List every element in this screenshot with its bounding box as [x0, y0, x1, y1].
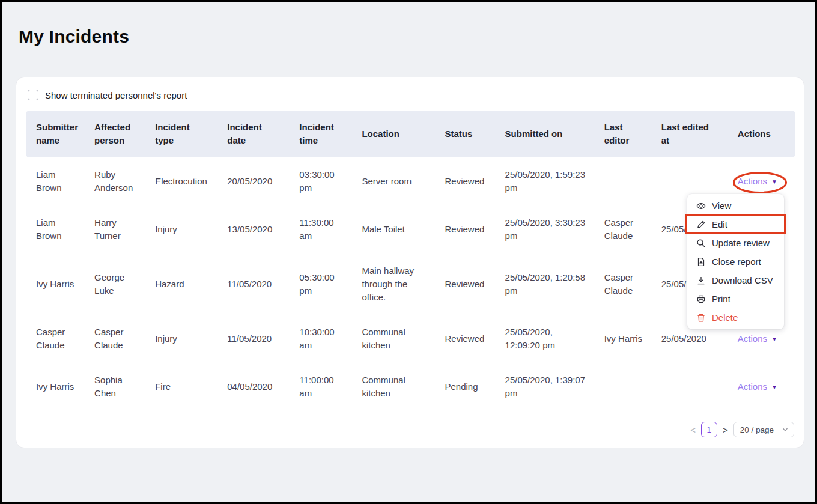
cell-submitted: 25/05/2020, 1:59:23 pm [495, 157, 594, 205]
pagination-page-1[interactable]: 1 [701, 422, 717, 437]
cell-status: Reviewed [435, 157, 495, 205]
column-header: Submitted on [495, 111, 594, 157]
cell-last_editor [594, 363, 651, 411]
row-actions-button[interactable]: Actions▼ [738, 176, 777, 186]
table-row: Liam BrownRuby AndersonElectrocution20/0… [26, 157, 795, 205]
cell-status: Pending [435, 363, 495, 411]
cell-location: Communal kitchen [351, 315, 434, 363]
table-row: Casper ClaudeCasper ClaudeInjury11/05/20… [26, 315, 795, 363]
cell-last_edited [651, 363, 727, 411]
column-header: Last edited at [651, 111, 727, 157]
menu-item-edit[interactable]: Edit [687, 215, 784, 234]
cell-location: Communal kitchen [351, 363, 434, 411]
column-header: Incident time [289, 111, 351, 157]
caret-down-icon: ▼ [771, 384, 777, 390]
cell-type: Electrocution [145, 157, 217, 205]
cell-date: 20/05/2020 [217, 157, 289, 205]
table-header: Submitter nameAffected personIncident ty… [26, 111, 795, 157]
menu-item-label: Delete [712, 311, 738, 324]
row-actions-button[interactable]: Actions▼ [738, 381, 777, 392]
cell-actions: Actions▼ [727, 363, 795, 411]
cell-location: Main hallway through the office. [351, 254, 434, 315]
file-lock-icon [696, 257, 706, 267]
column-header: Status [435, 111, 495, 157]
menu-item-label: View [712, 199, 731, 212]
eye-icon [696, 201, 706, 211]
magnifier-icon [696, 238, 706, 248]
cell-submitted: 25/05/2020, 3:30:23 pm [495, 205, 594, 254]
incidents-table: Submitter nameAffected personIncident ty… [26, 111, 795, 411]
pagination: < 1 > 20 / page [690, 421, 794, 438]
actions-dropdown-menu: ViewEditUpdate reviewClose reportDownloa… [687, 194, 784, 329]
cell-type: Hazard [145, 254, 217, 315]
page-size-select[interactable]: 20 / page [733, 422, 794, 437]
column-header: Last editor [594, 111, 651, 157]
cell-time: 05:30:00 pm [289, 254, 351, 315]
pagination-next-button[interactable]: > [723, 425, 728, 435]
cell-submitter: Ivy Harris [26, 254, 84, 315]
row-actions-button[interactable]: Actions▼ [738, 333, 777, 344]
cell-affected: Ruby Anderson [84, 157, 145, 205]
column-header: Incident date [217, 111, 289, 157]
show-terminated-checkbox[interactable] [28, 90, 38, 100]
column-header: Actions [727, 111, 795, 157]
cell-type: Injury [145, 315, 217, 363]
cell-date: 13/05/2020 [217, 205, 289, 254]
column-header: Submitter name [26, 111, 84, 157]
table-row: Liam BrownHarry TurnerInjury13/05/202011… [26, 205, 795, 254]
pencil-icon [696, 220, 706, 229]
menu-item-view[interactable]: View [687, 196, 784, 215]
menu-item-update-review[interactable]: Update review [687, 234, 784, 252]
cell-status: Reviewed [435, 205, 495, 254]
cell-date: 11/05/2020 [217, 254, 289, 315]
cell-location: Male Toilet [351, 205, 434, 254]
printer-icon [696, 294, 706, 304]
cell-submitted: 25/05/2020, 1:20:58 pm [495, 254, 594, 315]
incidents-card: Show terminated personnel's report Submi… [16, 77, 804, 448]
show-terminated-label: Show terminated personnel's report [45, 90, 187, 100]
cell-affected: George Luke [84, 254, 145, 315]
cell-type: Fire [145, 363, 217, 411]
page: My Incidents Show terminated personnel's… [0, 0, 817, 504]
download-icon [696, 276, 706, 285]
cell-time: 03:30:00 pm [289, 157, 351, 205]
cell-affected: Casper Claude [84, 315, 145, 363]
menu-item-download-csv[interactable]: Download CSV [687, 271, 784, 290]
chevron-down-icon [782, 427, 788, 433]
column-header: Affected person [84, 111, 145, 157]
cell-last_editor: Casper Claude [594, 205, 651, 254]
menu-item-label: Download CSV [712, 274, 773, 287]
menu-item-label: Close report [712, 255, 761, 268]
page-title: My Incidents [19, 26, 815, 47]
menu-item-label: Update review [712, 237, 770, 249]
cell-time: 11:00:00 am [289, 363, 351, 411]
page-size-value: 20 / page [740, 425, 774, 434]
header-row: Submitter nameAffected personIncident ty… [26, 111, 795, 157]
menu-item-close-report[interactable]: Close report [687, 252, 784, 271]
cell-date: 11/05/2020 [217, 315, 289, 363]
cell-type: Injury [145, 205, 217, 254]
column-header: Incident type [145, 111, 217, 157]
caret-down-icon: ▼ [771, 178, 777, 185]
caret-down-icon: ▼ [771, 336, 777, 342]
cell-affected: Sophia Chen [84, 363, 145, 411]
terminated-filter: Show terminated personnel's report [28, 90, 794, 100]
cell-affected: Harry Turner [84, 205, 145, 254]
cell-status: Reviewed [435, 315, 495, 363]
menu-item-label: Print [712, 293, 730, 305]
cell-submitter: Liam Brown [26, 205, 84, 254]
menu-item-print[interactable]: Print [687, 290, 784, 308]
menu-item-delete[interactable]: Delete [687, 308, 784, 327]
menu-item-label: Edit [712, 218, 727, 231]
cell-last_editor [594, 157, 651, 205]
table-body: Liam BrownRuby AndersonElectrocution20/0… [26, 157, 795, 411]
cell-submitted: 25/05/2020, 12:09:20 pm [495, 315, 594, 363]
cell-submitted: 25/05/2020, 1:39:07 pm [495, 363, 594, 411]
cell-submitter: Ivy Harris [26, 363, 84, 411]
column-header: Location [351, 111, 434, 157]
trash-icon [696, 313, 706, 323]
pagination-prev-button[interactable]: < [690, 425, 696, 435]
cell-time: 11:30:00 am [289, 205, 351, 254]
cell-last_editor: Casper Claude [594, 254, 651, 315]
cell-status: Reviewed [435, 254, 495, 315]
